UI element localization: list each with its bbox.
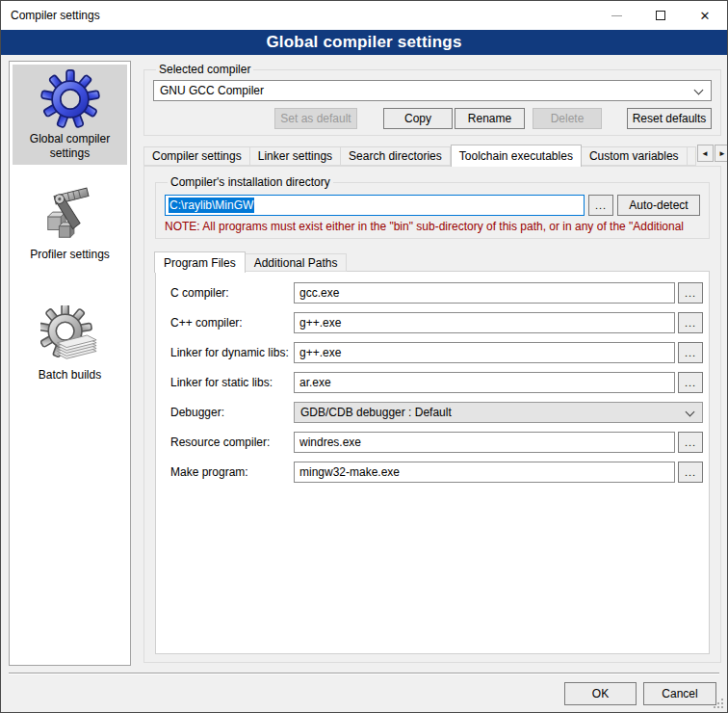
field-row-linker-dynamic: Linker for dynamic libs: ... xyxy=(170,342,703,363)
gear-stack-icon xyxy=(40,305,100,365)
compiler-select-value: GNU GCC Compiler xyxy=(160,84,264,97)
sidebar-item-batch-builds[interactable]: Batch builds xyxy=(13,301,127,386)
set-as-default-button[interactable]: Set as default xyxy=(274,108,357,129)
close-icon: ✕ xyxy=(700,10,711,22)
sidebar-item-label: Batch builds xyxy=(14,368,125,383)
tab-build-options-clipped[interactable]: Builc xyxy=(688,146,696,166)
sidebar-item-label: Profiler settings xyxy=(14,248,125,262)
field-row-resource-compiler: Resource compiler: ... xyxy=(170,432,703,453)
window-title: Compiler settings xyxy=(11,9,100,22)
field-row-cpp-compiler: C++ compiler: ... xyxy=(170,312,703,333)
field-row-make-program: Make program: ... xyxy=(170,462,703,483)
field-label: Linker for dynamic libs: xyxy=(170,346,294,359)
program-files-page: C compiler: ... C++ compiler: ... Linker… xyxy=(155,271,710,654)
tab-linker-settings[interactable]: Linker settings xyxy=(250,146,341,166)
linker-dynamic-input[interactable] xyxy=(294,342,675,363)
sidebar-item-profiler-settings[interactable]: Profiler settings xyxy=(13,180,127,266)
browse-button[interactable]: ... xyxy=(678,372,703,393)
compiler-select[interactable]: GNU GCC Compiler xyxy=(153,80,712,101)
c-compiler-input[interactable] xyxy=(294,282,675,304)
debugger-select[interactable]: GDB/CDB debugger : Default xyxy=(294,402,703,423)
selected-compiler-group: Selected compiler GNU GCC Compiler Set a… xyxy=(143,63,721,136)
installation-directory-group: Compiler's installation directory C:\ray… xyxy=(155,175,710,239)
ok-button[interactable]: OK xyxy=(564,682,637,705)
make-program-input[interactable] xyxy=(294,462,675,483)
delete-button[interactable]: Delete xyxy=(533,108,602,129)
chevron-down-icon xyxy=(694,86,704,95)
resize-grip[interactable] xyxy=(713,698,724,709)
note-text: NOTE: All programs must exist either in … xyxy=(165,220,700,233)
tab-scroll-right-button[interactable]: ► xyxy=(715,145,728,162)
install-dir-input[interactable]: C:\raylib\MinGW xyxy=(165,195,585,216)
minimize-icon xyxy=(611,15,622,16)
window-controls: ✕ xyxy=(594,1,727,30)
tab-custom-variables[interactable]: Custom variables xyxy=(582,146,688,166)
field-label: Make program: xyxy=(170,465,294,479)
field-label: C++ compiler: xyxy=(170,316,294,330)
field-label: C compiler: xyxy=(170,286,294,300)
field-row-c-compiler: C compiler: ... xyxy=(170,282,703,304)
footer-separator xyxy=(9,673,719,674)
linker-static-input[interactable] xyxy=(294,372,675,393)
browse-button[interactable]: ... xyxy=(678,432,703,453)
compiler-buttons-row: Set as default Copy Rename Delete Reset … xyxy=(153,108,712,129)
page-title: Global compiler settings xyxy=(266,33,461,52)
maximize-icon xyxy=(656,11,665,20)
maximize-button[interactable] xyxy=(638,1,683,30)
toolchain-executables-page: Compiler's installation directory C:\ray… xyxy=(143,166,721,663)
copy-button[interactable]: Copy xyxy=(383,108,453,129)
dialog-header: Global compiler settings xyxy=(1,30,727,55)
program-files-tabs: Program Files Additional Paths xyxy=(155,251,347,272)
sidebar-item-global-compiler-settings[interactable]: Global compiler settings xyxy=(13,65,127,165)
settings-tabs: Compiler settings Linker settings Search… xyxy=(143,144,721,166)
tab-toolchain-executables[interactable]: Toolchain executables xyxy=(451,145,582,167)
field-label: Linker for static libs: xyxy=(170,376,294,389)
selected-compiler-legend: Selected compiler xyxy=(156,63,253,76)
compiler-settings-dialog: Compiler settings ✕ Global compiler sett… xyxy=(0,0,728,713)
cpp-compiler-input[interactable] xyxy=(294,312,675,333)
chevron-down-icon xyxy=(686,408,695,417)
debugger-select-value: GDB/CDB debugger : Default xyxy=(300,406,452,419)
browse-button[interactable]: ... xyxy=(678,462,703,483)
installation-directory-legend: Compiler's installation directory xyxy=(168,175,333,189)
installation-directory-row: C:\raylib\MinGW ... Auto-detect xyxy=(165,195,700,216)
tab-search-directories[interactable]: Search directories xyxy=(341,146,451,166)
install-dir-value: C:\raylib\MinGW xyxy=(169,198,254,213)
tab-scroll-arrows: ◄ ► xyxy=(696,145,728,162)
install-dir-browse-button[interactable]: ... xyxy=(588,195,613,216)
subtab-additional-paths[interactable]: Additional Paths xyxy=(245,253,348,272)
arrow-right-icon: ► xyxy=(718,149,726,158)
sidebar-item-label: Global compiler settings xyxy=(14,132,125,161)
reset-defaults-button[interactable]: Reset defaults xyxy=(627,108,712,129)
title-bar: Compiler settings ✕ xyxy=(1,1,727,30)
browse-button[interactable]: ... xyxy=(678,282,703,304)
settings-category-list: Global compiler settings xyxy=(9,61,131,666)
arrow-left-icon: ◄ xyxy=(701,149,709,158)
blue-gear-icon xyxy=(40,69,100,129)
subtab-program-files[interactable]: Program Files xyxy=(154,251,246,273)
minimize-button[interactable] xyxy=(594,1,638,30)
field-row-debugger: Debugger: GDB/CDB debugger : Default xyxy=(170,402,703,423)
tab-scroll-left-button[interactable]: ◄ xyxy=(697,145,714,162)
auto-detect-button[interactable]: Auto-detect xyxy=(617,195,700,216)
cancel-button[interactable]: Cancel xyxy=(643,682,716,705)
field-row-linker-static: Linker for static libs: ... xyxy=(170,372,703,393)
field-label: Resource compiler: xyxy=(170,436,294,449)
browse-button[interactable]: ... xyxy=(678,342,703,363)
tab-compiler-settings[interactable]: Compiler settings xyxy=(143,146,250,166)
close-button[interactable]: ✕ xyxy=(683,1,727,30)
browse-button[interactable]: ... xyxy=(678,312,703,333)
caliper-icon xyxy=(40,185,100,245)
rename-button[interactable]: Rename xyxy=(455,108,525,129)
resource-compiler-input[interactable] xyxy=(294,432,675,453)
field-label: Debugger: xyxy=(170,406,294,419)
